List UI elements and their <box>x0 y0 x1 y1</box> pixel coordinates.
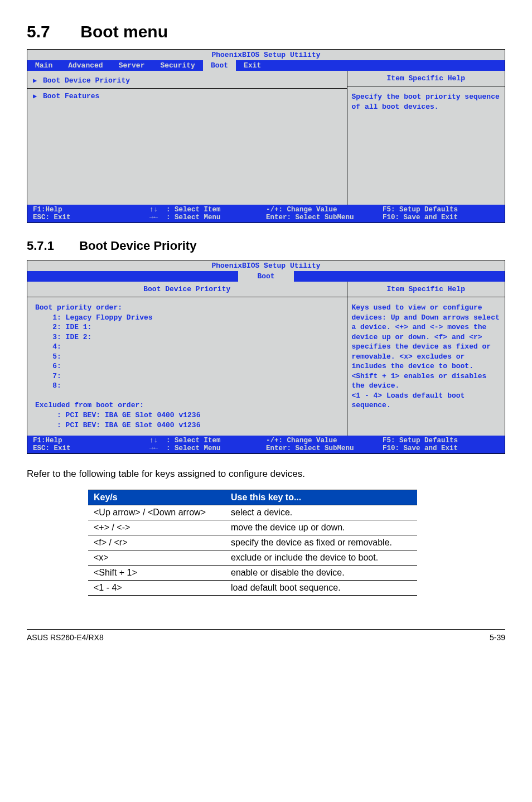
cell-key: <f> / <r> <box>88 535 225 550</box>
footer-col-3: -/+: Change Value Enter: Select SubMenu <box>266 437 383 452</box>
footer-right: 5-39 <box>490 633 505 642</box>
bios-main-pane: ▶ Boot Device Priority ▶ Boot Features <box>27 71 347 205</box>
bios-help-pane: Item Specific Help Specify the boot prio… <box>347 71 505 205</box>
bios-screenshot-boot-device-priority: PhoenixBIOS Setup Utility Boot Boot Devi… <box>27 260 505 454</box>
section-number: 5.7 <box>27 22 76 41</box>
item-boot-device-priority: Boot Device Priority <box>43 76 130 85</box>
submenu-arrow-icon: ▶ <box>33 76 43 85</box>
cell-use: select a device. <box>225 505 417 520</box>
footer-col-3: -/+: Change Value Enter: Select SubMenu <box>266 206 383 221</box>
tab-security: Security <box>152 60 202 71</box>
footer-col-1: F1:Help ESC: Exit <box>33 206 149 221</box>
cell-use: specify the device as fixed or removable… <box>225 535 417 550</box>
tab-boot: Boot <box>238 271 293 282</box>
bios-title-bar: PhoenixBIOS Setup Utility <box>27 50 505 60</box>
submenu-arrow-icon: ▶ <box>33 92 43 100</box>
tab-server: Server <box>111 60 153 71</box>
bios-menubar: Boot <box>27 271 505 282</box>
bios-menubar: Main Advanced Server Security Boot Exit <box>27 60 505 71</box>
boot-priority-content: Boot priority order: 1: Legacy Floppy Dr… <box>27 297 347 436</box>
cell-key: <Up arrow> / <Down arrow> <box>88 505 225 520</box>
th-use: Use this key to... <box>225 490 417 505</box>
bios-help-pane: Item Specific Help Keys used to view or … <box>347 282 505 436</box>
cell-key: <Shift + 1> <box>88 566 225 581</box>
subsection-number: 5.7.1 <box>27 239 76 253</box>
table-row: <Shift + 1>enable or disable the device. <box>88 566 417 581</box>
tab-boot: Boot <box>203 60 236 71</box>
key-table: Key/s Use this key to... <Up arrow> / <D… <box>88 490 417 596</box>
section-title-text: Boot menu <box>80 22 168 41</box>
table-row: <f> / <r>specify the device as fixed or … <box>88 535 417 550</box>
bios-screenshot-boot-menu: PhoenixBIOS Setup Utility Main Advanced … <box>27 49 505 223</box>
help-body: Keys used to view or configure devices: … <box>347 297 505 436</box>
bios-title-bar: PhoenixBIOS Setup Utility <box>27 260 505 271</box>
help-body: Specify the boot priority sequence of al… <box>347 86 505 205</box>
table-row: <x>exclude or include the device to boot… <box>88 550 417 566</box>
page-footer: ASUS RS260-E4/RX8 5-39 <box>27 629 505 642</box>
cell-use: enable or disable the device. <box>225 566 417 581</box>
help-header: Item Specific Help <box>347 71 505 86</box>
item-boot-features: Boot Features <box>43 92 99 100</box>
intro-text: Refer to the following table for keys as… <box>27 468 505 480</box>
table-row: <1 - 4>load default boot sequence. <box>88 581 417 596</box>
cell-key: <1 - 4> <box>88 581 225 596</box>
table-row: <+> / <->move the device up or down. <box>88 520 417 535</box>
cell-use: move the device up or down. <box>225 520 417 535</box>
footer-col-2: ↑↓ : Select Item →← : Select Menu <box>149 437 266 452</box>
cell-key: <x> <box>88 550 225 566</box>
bios-main-pane: Boot Device Priority Boot priority order… <box>27 282 347 436</box>
section-heading: 5.7 Boot menu <box>27 22 505 41</box>
footer-col-4: F5: Setup Defaults F10: Save and Exit <box>383 437 499 452</box>
tab-main: Main <box>27 60 60 71</box>
th-keys: Key/s <box>88 490 225 505</box>
cell-key: <+> / <-> <box>88 520 225 535</box>
cell-use: exclude or include the device to boot. <box>225 550 417 566</box>
subsection-heading: 5.7.1 Boot Device Priority <box>27 239 505 253</box>
cell-use: load default boot sequence. <box>225 581 417 596</box>
pane-subhead: Boot Device Priority <box>27 282 347 297</box>
tab-advanced: Advanced <box>60 60 110 71</box>
bios-footer-hints: F1:Help ESC: Exit ↑↓ : Select Item →← : … <box>27 436 505 453</box>
footer-col-2: ↑↓ : Select Item →← : Select Menu <box>149 206 266 221</box>
table-row: <Up arrow> / <Down arrow>select a device… <box>88 505 417 520</box>
help-header: Item Specific Help <box>347 282 505 297</box>
bios-footer-hints: F1:Help ESC: Exit ↑↓ : Select Item →← : … <box>27 205 505 223</box>
footer-col-4: F5: Setup Defaults F10: Save and Exit <box>383 206 499 221</box>
subsection-title-text: Boot Device Priority <box>79 239 196 253</box>
footer-left: ASUS RS260-E4/RX8 <box>27 633 104 642</box>
footer-col-1: F1:Help ESC: Exit <box>33 437 149 452</box>
tab-exit: Exit <box>236 60 269 71</box>
